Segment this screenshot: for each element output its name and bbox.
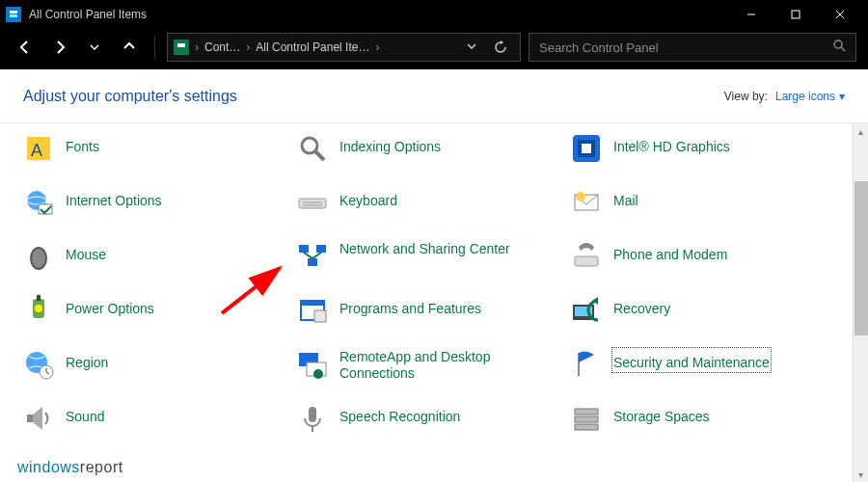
item-label: Mouse (66, 241, 106, 263)
microphone-icon (297, 403, 328, 434)
breadcrumb-segment[interactable]: Cont… (204, 40, 240, 54)
address-dropdown-button[interactable] (462, 40, 481, 54)
control-panel-grid: A Fonts Indexing Options Intel® HD Graph… (0, 123, 868, 465)
view-by-label: View by: (724, 90, 768, 103)
close-button[interactable] (818, 0, 862, 29)
item-network-sharing-center[interactable]: Network and Sharing Center (297, 241, 571, 283)
item-label: Fonts (66, 133, 99, 155)
item-region[interactable]: Region (23, 349, 297, 391)
page-title: Adjust your computer's settings (23, 88, 724, 105)
item-label: Keyboard (339, 187, 397, 209)
svg-rect-36 (301, 301, 324, 306)
item-recovery[interactable]: Recovery (571, 295, 845, 337)
item-storage-spaces[interactable]: Storage Spaces (571, 403, 845, 445)
svg-rect-37 (314, 310, 326, 322)
chevron-down-icon[interactable]: ▾ (839, 90, 845, 103)
breadcrumb-chevron-icon[interactable]: › (195, 40, 199, 54)
svg-rect-33 (37, 295, 41, 301)
item-label: Network and Sharing Center (339, 241, 510, 257)
svg-point-25 (576, 192, 585, 201)
svg-rect-31 (575, 256, 598, 266)
item-mail[interactable]: Mail (571, 187, 845, 229)
item-label: Storage Spaces (613, 403, 710, 425)
view-by-value[interactable]: Large icons (775, 90, 835, 103)
item-sound[interactable]: Sound (23, 403, 297, 445)
item-internet-options[interactable]: Internet Options (23, 187, 297, 229)
item-label: Programs and Features (339, 295, 481, 317)
fonts-icon: A (23, 133, 54, 164)
magnifier-icon (297, 133, 328, 164)
watermark-part1: windows (17, 459, 80, 475)
item-power-options[interactable]: Power Options (23, 295, 297, 337)
scroll-down-button[interactable]: ▾ (854, 467, 868, 482)
scroll-thumb[interactable] (854, 181, 868, 335)
svg-rect-1 (10, 11, 17, 13)
svg-rect-21 (299, 199, 326, 208)
refresh-button[interactable] (487, 34, 514, 61)
item-intel-hd-graphics[interactable]: Intel® HD Graphics (571, 133, 845, 175)
speaker-icon (23, 403, 54, 434)
svg-point-34 (35, 305, 42, 312)
svg-rect-45 (27, 415, 33, 422)
keyboard-icon (297, 187, 328, 218)
svg-rect-28 (299, 245, 309, 253)
item-label: Sound (66, 403, 104, 425)
item-keyboard[interactable]: Keyboard (297, 187, 571, 229)
svg-line-14 (315, 151, 324, 160)
back-button[interactable] (12, 34, 39, 61)
item-programs-and-features[interactable]: Programs and Features (297, 295, 571, 337)
item-label: Phone and Modem (613, 241, 727, 263)
globe-clock-icon (23, 349, 54, 380)
scroll-up-button[interactable]: ▴ (854, 123, 868, 139)
svg-rect-49 (575, 416, 598, 422)
vertical-scrollbar[interactable]: ▴ ▾ (853, 123, 868, 482)
up-button[interactable] (116, 34, 143, 61)
search-box[interactable] (529, 33, 856, 62)
breadcrumb-chevron-icon[interactable]: › (246, 40, 250, 54)
breadcrumb-segment[interactable]: All Control Panel Ite… (256, 40, 369, 54)
svg-rect-4 (792, 11, 800, 18)
search-input[interactable] (539, 40, 832, 55)
item-label: Intel® HD Graphics (613, 133, 730, 155)
item-label: Region (66, 349, 108, 371)
item-fonts[interactable]: A Fonts (23, 133, 297, 175)
svg-line-10 (841, 47, 845, 51)
recovery-icon (571, 295, 602, 326)
content-header: Adjust your computer's settings View by:… (0, 69, 868, 123)
network-icon (297, 241, 328, 272)
intel-graphics-icon (571, 133, 602, 164)
item-phone-and-modem[interactable]: Phone and Modem (571, 241, 845, 283)
svg-rect-29 (316, 245, 326, 253)
window-title: All Control Panel Items (29, 8, 729, 21)
control-panel-icon (6, 7, 21, 22)
svg-text:A: A (31, 141, 42, 160)
explorer-navbar: › Cont… › All Control Panel Ite… › (0, 29, 868, 69)
item-speech-recognition[interactable]: Speech Recognition (297, 403, 571, 445)
svg-point-13 (302, 138, 317, 153)
svg-rect-8 (177, 43, 185, 47)
svg-rect-17 (582, 144, 591, 153)
flag-icon (571, 349, 602, 380)
search-icon[interactable] (832, 39, 846, 56)
svg-point-27 (32, 249, 45, 268)
svg-rect-48 (575, 409, 598, 415)
item-security-and-maintenance[interactable]: Security and Maintenance (571, 349, 845, 391)
breadcrumb-chevron-icon[interactable]: › (375, 40, 379, 54)
maximize-button[interactable] (773, 0, 818, 29)
mouse-icon (23, 241, 54, 272)
svg-point-44 (313, 369, 323, 379)
minimize-button[interactable] (729, 0, 773, 29)
history-dropdown-button[interactable] (81, 34, 108, 61)
item-label: Mail (613, 187, 638, 209)
svg-rect-30 (308, 258, 317, 266)
svg-rect-2 (10, 14, 17, 17)
item-remoteapp[interactable]: RemoteApp and Desktop Connections (297, 349, 571, 391)
items-scroll-area: A Fonts Indexing Options Intel® HD Graph… (0, 123, 868, 482)
item-mouse[interactable]: Mouse (23, 241, 297, 283)
power-icon (23, 295, 54, 326)
remoteapp-icon (297, 349, 328, 380)
item-indexing-options[interactable]: Indexing Options (297, 133, 571, 175)
item-label: RemoteApp and Desktop Connections (339, 349, 532, 382)
address-bar[interactable]: › Cont… › All Control Panel Ite… › (167, 33, 521, 62)
forward-button[interactable] (46, 34, 73, 61)
